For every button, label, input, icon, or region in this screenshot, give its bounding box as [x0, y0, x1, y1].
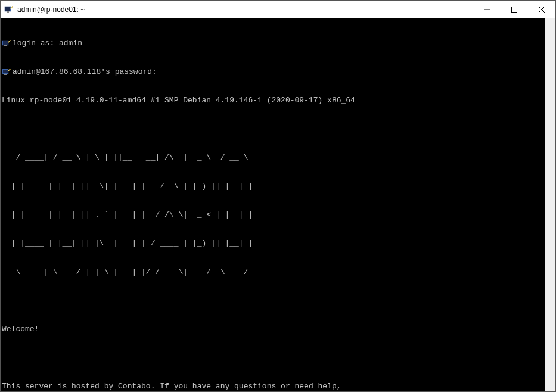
svg-rect-8: [3, 41, 8, 45]
ascii-art-line: | | | | | || . ` | | | / /\ \| _ < | | |…: [2, 210, 545, 220]
putty-line-icon: [2, 67, 11, 77]
window-title: admin@rp-node01: ~: [17, 5, 473, 14]
blank-line: [2, 353, 545, 363]
ascii-art-line: / ____| / __ \ | \ | ||__ __| /\ | _ \ /…: [2, 153, 545, 163]
putty-line-icon: [2, 39, 11, 48]
vertical-scrollbar[interactable]: [545, 18, 555, 391]
blank-line: [2, 296, 545, 306]
putty-window: admin@rp-node01: ~: [0, 0, 556, 392]
host-message-line: This server is hosted by Contabo. If you…: [2, 382, 545, 391]
svg-rect-9: [4, 45, 7, 46]
putty-app-icon: [4, 5, 14, 14]
minimize-button[interactable]: [473, 1, 501, 18]
password-prompt: admin@167.86.68.118's password:: [13, 67, 157, 77]
svg-rect-1: [5, 7, 10, 11]
titlebar[interactable]: admin@rp-node01: ~: [1, 1, 555, 18]
svg-rect-11: [3, 70, 8, 73]
ascii-art-line: | |____ | |__| || |\ | | | / ____ | |_) …: [2, 239, 545, 248]
terminal[interactable]: login as: admin admin@167.86.68.118's pa…: [1, 18, 545, 391]
welcome-line: Welcome!: [2, 325, 545, 334]
close-button[interactable]: [528, 1, 555, 18]
svg-rect-2: [7, 11, 9, 13]
scrollbar-thumb[interactable]: [545, 18, 555, 391]
svg-rect-12: [4, 74, 7, 75]
ascii-art-line: _____ ____ _ _ _______ ____ ____: [2, 125, 545, 134]
svg-rect-4: [512, 7, 517, 12]
login-prompt: login as: admin: [13, 39, 82, 48]
window-controls: [473, 1, 555, 18]
ascii-art-line: | | | | | || \| | | | / \ | |_) || | | |: [2, 182, 545, 191]
kernel-line: Linux rp-node01 4.19.0-11-amd64 #1 SMP D…: [2, 96, 545, 105]
maximize-button[interactable]: [501, 1, 528, 18]
terminal-container: login as: admin admin@167.86.68.118's pa…: [1, 18, 555, 391]
ascii-art-line: \_____| \____/ |_| \_| |_|/_/ \|____/ \_…: [2, 267, 545, 277]
